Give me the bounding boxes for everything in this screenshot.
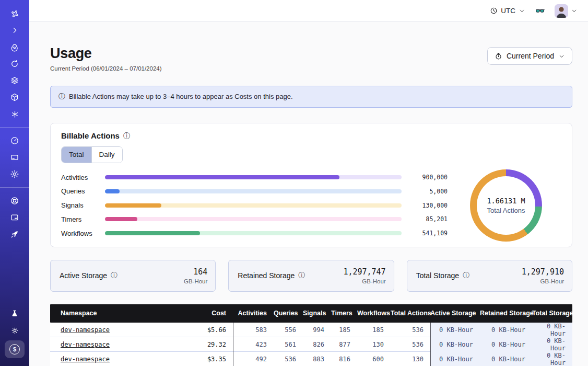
column-header-signals: Signals [303,310,331,317]
sidebar-group-1 [0,5,29,122]
sidebar-item-coin-dollar[interactable]: $ [5,340,25,358]
cube-icon [10,93,19,102]
cell-queries: 561 [274,337,303,352]
cell-cost: $3.35 [181,352,233,366]
cell-cost: $5.66 [181,323,233,337]
table-row: dev-namespace29.324235618268771305360 KB… [50,337,572,352]
column-header-queries: Queries [274,310,303,317]
bar-fill [105,189,120,193]
sidebar-group-3 [0,192,29,243]
namespace-link[interactable]: dev-namespace [61,326,110,334]
sidebar-item-spiral[interactable] [5,40,24,54]
sidebar: $ [0,0,29,366]
cell-total-storage: 0 KB-Hour [532,323,572,337]
bar-label: Workflows [61,230,98,237]
cell-namespace: dev-namespace [50,337,181,352]
info-icon[interactable]: ⓘ [123,131,131,141]
storage-summary-row: Active Storageⓘ164GB-HourRetained Storag… [50,260,572,292]
sidebar-item-monitor[interactable] [5,211,24,224]
tab-total[interactable]: Total [62,147,91,163]
bar-fill [105,231,200,235]
billable-actions-card: Billable Actions ⓘ TotalDaily Activities… [50,123,572,247]
info-icon[interactable]: ⓘ [463,271,469,280]
billable-actions-bar-chart: Activities900,000Queries5,000Signals130,… [61,174,452,237]
cell-retained-storage: 0 KB-Hour [480,337,532,352]
bar-row-timers: Timers85,201 [61,215,448,223]
page-subtitle: Current Period (06/01/2024 – 07/01/2024) [50,65,162,72]
glasses-icon[interactable] [535,6,545,16]
info-banner-text: Billable Actions may take up to 3–4 hour… [69,93,293,100]
sidebar-item-flask[interactable] [5,307,24,321]
bar-row-activities: Activities900,000 [61,174,448,181]
storage-card-label: Total Storage [416,271,460,280]
cell-timers: 877 [331,337,357,352]
sidebar-item-chevron-right[interactable] [5,24,24,37]
table-header-row: NamespaceCostActivitiesQueriesSignalsTim… [50,304,572,323]
sidebar-item-layers[interactable] [5,74,24,87]
info-icon[interactable]: ⓘ [298,271,305,280]
cell-queries: 536 [274,352,303,366]
sidebar-item-sun[interactable] [5,324,24,337]
storage-card-active-storage: Active Storageⓘ164GB-Hour [50,260,216,292]
sidebar-group-2 [0,132,29,182]
cell-total-actions: 536 [391,337,430,352]
timezone-selector[interactable]: UTC [490,7,525,15]
sidebar-item-temporal-logo[interactable] [5,7,24,20]
sidebar-item-gear[interactable] [5,167,24,181]
namespace-link[interactable]: dev-namespace [61,356,110,363]
billable-actions-title: Billable Actions [61,131,120,140]
namespace-link[interactable]: dev-namespace [61,341,110,348]
total-actions-value: 1.66131 M [487,197,525,205]
bar-fill [105,217,137,221]
account-menu[interactable] [555,4,578,18]
sidebar-item-cube[interactable] [5,90,24,104]
storage-card-unit: GB-Hour [522,278,564,284]
storage-card-retained-storage: Retained Storageⓘ1,297,747GB-Hour [228,260,394,292]
flask-icon [10,309,19,318]
layers-icon [10,76,19,85]
storage-card-total-storage: Total Storageⓘ1,297,910GB-Hour [407,260,572,292]
cell-signals: 826 [303,337,331,352]
clock-icon [490,7,498,15]
cell-activities: 423 [233,337,274,352]
sidebar-item-rocket[interactable] [5,227,24,241]
info-banner: ⓘ Billable Actions may take up to 3–4 ho… [50,86,572,108]
cell-workflows: 185 [357,323,391,337]
cell-active-storage: 0 KB-Hour [430,323,480,337]
sidebar-item-asterisk[interactable] [5,107,24,121]
cell-total-actions: 536 [391,323,430,337]
cell-cost: 29.32 [181,337,233,352]
sidebar-divider [0,127,29,128]
sidebar-item-history[interactable] [5,57,24,71]
cell-workflows: 600 [357,352,391,366]
column-header-cost: Cost [181,310,233,317]
tab-daily[interactable]: Daily [91,147,122,163]
bar-value: 5,000 [409,188,448,195]
cell-active-storage: 0 KB-Hour [430,337,480,352]
bar-label: Activities [61,174,98,181]
sidebar-item-gauge[interactable] [5,134,24,147]
storage-card-value: 164 [184,267,207,277]
info-icon[interactable]: ⓘ [111,271,117,280]
sidebar-item-lifebuoy[interactable] [5,194,24,208]
current-period-button[interactable]: Current Period [487,47,572,65]
cell-retained-storage: 0 KB-Hour [480,352,532,366]
column-header-activities: Activities [233,310,274,317]
chevron-down-icon [571,7,578,14]
storage-card-label: Retained Storage [238,271,295,280]
total-actions-label: Total Actions [487,207,525,214]
bar-label: Signals [61,201,98,209]
sidebar-item-credit-card[interactable] [5,151,24,164]
total-actions-donut-chart: 1.66131 M Total Actions [470,169,542,242]
bar-track [105,231,402,235]
gear-icon [10,169,19,179]
cell-total-storage: 0 KB-Hour [532,352,572,366]
cell-queries: 556 [274,323,303,337]
sidebar-divider [0,187,29,188]
bar-track [105,203,402,208]
lifebuoy-icon [10,196,19,205]
storage-card-value: 1,297,747 [343,267,385,277]
column-header-namespace: Namespace [50,310,181,317]
storage-card-unit: GB-Hour [343,278,385,284]
sun-icon [10,326,19,335]
